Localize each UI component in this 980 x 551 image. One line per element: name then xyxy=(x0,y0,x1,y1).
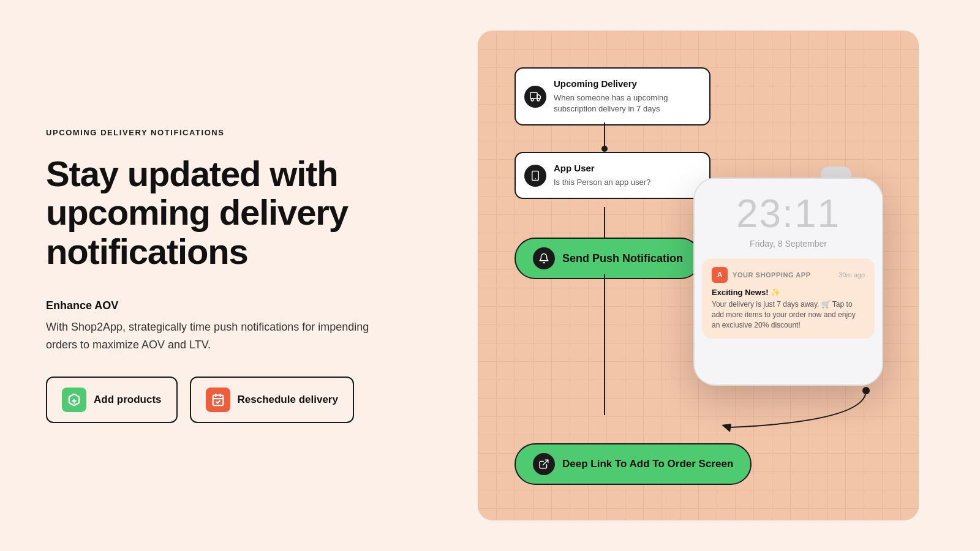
send-push-pill[interactable]: Send Push Notification xyxy=(514,238,701,279)
arrow-svg xyxy=(693,384,883,433)
headline: Stay updated with upcoming delivery noti… xyxy=(46,154,371,271)
deep-link-pill[interactable]: Deep Link To Add To Order Screen xyxy=(514,443,752,485)
svg-point-7 xyxy=(531,99,533,101)
notif-time: 30m ago xyxy=(839,271,865,279)
flow-container: Upcoming Delivery When someone has a upc… xyxy=(496,49,900,502)
svg-point-8 xyxy=(537,99,540,101)
mockup-area: Upcoming Delivery When someone has a upc… xyxy=(478,31,919,520)
right-panel: Upcoming Delivery When someone has a upc… xyxy=(417,0,980,551)
external-link-icon xyxy=(533,453,555,475)
add-products-icon xyxy=(62,388,86,412)
add-products-label: Add products xyxy=(94,394,162,406)
upcoming-delivery-body: When someone has a upcoming subscription… xyxy=(554,92,697,114)
notif-app-icon: A xyxy=(712,267,728,283)
bell-icon xyxy=(533,247,555,269)
reschedule-icon xyxy=(206,388,230,412)
upcoming-delivery-card: Upcoming Delivery When someone has a upc… xyxy=(514,67,710,126)
phone-screen: 23:11 Friday, 8 September A YOUR SHOPPIN… xyxy=(693,178,883,386)
svg-marker-12 xyxy=(722,424,731,432)
notif-app-name: YOUR SHOPPING APP xyxy=(733,271,811,279)
eyebrow-label: UPCOMING DELIVERY NOTIFICATIONS xyxy=(46,128,371,137)
notification-card: A YOUR SHOPPING APP 30m ago Exciting New… xyxy=(702,258,875,339)
reschedule-delivery-button[interactable]: Reschedule delivery xyxy=(190,377,354,423)
notif-title: Exciting News! ✨ xyxy=(712,288,865,297)
add-products-button[interactable]: Add products xyxy=(46,377,178,423)
app-user-card: App User Is this Person an app user? xyxy=(514,152,710,199)
left-panel: UPCOMING DELIVERY NOTIFICATIONS Stay upd… xyxy=(0,91,417,460)
upcoming-delivery-title: Upcoming Delivery xyxy=(554,78,697,89)
reschedule-label: Reschedule delivery xyxy=(238,394,338,406)
send-push-label: Send Push Notification xyxy=(562,252,683,265)
app-user-body: Is this Person an app user? xyxy=(554,177,697,188)
body-text: With Shop2App, strategically time push n… xyxy=(46,318,371,354)
svg-rect-2 xyxy=(213,395,223,406)
subheading: Enhance AOV xyxy=(46,299,371,312)
notif-app-row: A YOUR SHOPPING APP xyxy=(712,267,811,283)
phone-time: 23:11 xyxy=(736,191,840,236)
notif-body: Your delivery is just 7 days away. 🛒 Tap… xyxy=(712,299,865,330)
notif-header: A YOUR SHOPPING APP 30m ago xyxy=(712,267,865,283)
svg-line-13 xyxy=(543,460,548,465)
svg-rect-6 xyxy=(530,92,537,99)
cta-row: Add products Reschedule delivery xyxy=(46,377,371,423)
deep-link-label: Deep Link To Add To Order Screen xyxy=(562,458,733,470)
delivery-truck-icon xyxy=(524,86,546,108)
phone-date: Friday, 8 September xyxy=(750,239,827,249)
app-user-title: App User xyxy=(554,163,697,173)
app-user-icon xyxy=(524,165,546,187)
phone-screen-inner: 23:11 Friday, 8 September A YOUR SHOPPIN… xyxy=(695,179,882,384)
